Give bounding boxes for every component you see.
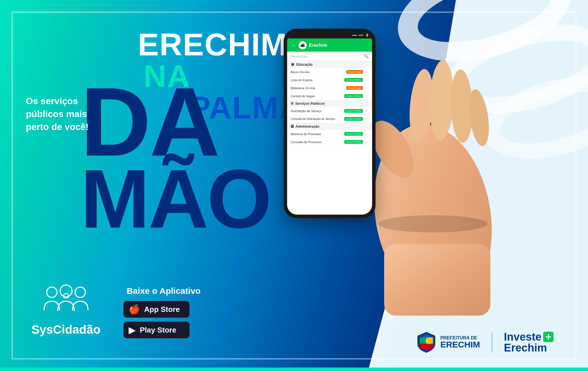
list-item[interactable]: Central de Vagas Acesso Público ⋮ [287, 92, 372, 100]
share-icon[interactable]: ⋮ [365, 109, 369, 113]
word-erechim: ERECHIM [138, 27, 287, 62]
section-administracao: 🏛 Administração [287, 123, 372, 130]
bottom-accent-line [0, 368, 588, 371]
search-icon[interactable]: 🔍 [364, 54, 369, 59]
investe-city-label: Erechim [504, 342, 554, 353]
app-avatar: 🏙 [299, 41, 307, 49]
investe-text-area: Investe Erechim [504, 331, 554, 353]
content: ERECHIM NA PALMA DA MÃO Os serviços públ… [0, 0, 588, 371]
screen-title: Erechim [309, 43, 327, 48]
investe-logo: Investe Erechim [504, 331, 554, 353]
item-name: Biblioteca On-line [291, 86, 346, 90]
svg-point-9 [60, 285, 72, 297]
people-icon [40, 283, 92, 320]
left-subtitle: Os serviços públicos mais perto de você! [26, 95, 98, 133]
prefeitura-text: PREFEITURA DE ERECHIM [440, 336, 480, 349]
educacao-icon: 🎓 [291, 63, 295, 67]
baixe-label: Baixe o Aplicativo [123, 286, 204, 296]
apple-icon: 🍎 [129, 304, 140, 315]
share-icon[interactable]: ⋮ [365, 78, 369, 82]
phone-mockup: ●●● WiFi 🔋 ← 🏙 Erechim Pesquisar... 🔍 [284, 29, 381, 230]
item-name: Central de Vagas [291, 94, 344, 98]
prefeitura-shield-icon: ★ [416, 331, 436, 354]
list-item[interactable]: Solicitação de Serviço Acesso Público ⋮ [287, 107, 372, 115]
servicos-icon: ⚙ [291, 102, 294, 106]
badge-requer-login: Requer Login [346, 70, 363, 74]
play-icon: ▶ [129, 325, 136, 335]
phone-outer: ●●● WiFi 🔋 ← 🏙 Erechim Pesquisar... 🔍 [284, 29, 376, 218]
appstore-button[interactable]: 🍎 App Store [123, 301, 189, 318]
logo-divider [492, 332, 492, 352]
playstore-button[interactable]: ▶ Play Store [123, 322, 189, 338]
prefeitura-city-label: ERECHIM [440, 340, 480, 349]
admin-icon: 🏛 [291, 125, 294, 129]
plus-icon [545, 334, 552, 340]
svg-rect-16 [546, 336, 551, 337]
share-icon[interactable]: ⋮ [365, 140, 369, 144]
list-item[interactable]: Lista de Espera Acesso Público ⋮ [287, 76, 372, 84]
phone-notch [315, 32, 344, 38]
search-placeholder: Pesquisar... [291, 54, 310, 59]
list-item[interactable]: Aluno On-line Requer Login ⋮ [287, 68, 372, 76]
share-icon[interactable]: ⋮ [365, 117, 369, 121]
playstore-label: Play Store [140, 326, 176, 335]
badge-requer-login: Requer Login [346, 86, 363, 90]
svg-point-10 [75, 287, 86, 298]
phone-screen: ●●● WiFi 🔋 ← 🏙 Erechim Pesquisar... 🔍 [287, 32, 372, 215]
back-arrow-icon[interactable]: ← [291, 42, 296, 48]
item-name: Solicitação de Serviço [291, 109, 344, 113]
big-mao-text: MÃO [80, 163, 310, 234]
appstore-label: App Store [144, 305, 180, 314]
svg-rect-6 [384, 244, 490, 316]
share-icon[interactable]: ⋮ [365, 70, 369, 74]
screen-header: ← 🏙 Erechim [287, 38, 372, 52]
svg-text:★: ★ [425, 339, 428, 342]
item-name: Consulta de Solicitação de Serviço [291, 117, 344, 121]
prefeitura-logo: ★ PREFEITURA DE ERECHIM [416, 331, 480, 354]
servicos-label: Serviços Públicos [295, 102, 325, 106]
download-area: Baixe o Aplicativo 🍎 App Store ▶ Play St… [123, 286, 204, 342]
investe-label: Investe [504, 331, 541, 342]
list-item[interactable]: Consulta de Solicitação de Serviço Acess… [287, 115, 372, 123]
admin-label: Administração [295, 125, 319, 129]
syscidadao-area: SysCidadão [23, 283, 109, 337]
svg-point-7 [378, 215, 488, 232]
list-item[interactable]: Abertura de Processo Acesso Público ⋮ [287, 130, 372, 138]
svg-point-8 [47, 287, 57, 298]
big-text-area: DA MÃO [80, 80, 310, 234]
screen-content: 🎓 Educação Aluno On-line Requer Login ⋮ … [287, 61, 372, 215]
logos-area: ★ PREFEITURA DE ERECHIM Investe [416, 331, 554, 354]
item-name: Aluno On-line [291, 70, 346, 74]
badge-acesso-publico: Acesso Público [344, 140, 363, 144]
share-icon[interactable]: ⋮ [365, 94, 369, 98]
share-icon[interactable]: ⋮ [365, 86, 369, 90]
screen-search-bar[interactable]: Pesquisar... 🔍 [287, 52, 372, 61]
item-name: Consulta de Processo [291, 140, 344, 144]
banner: ERECHIM NA PALMA DA MÃO Os serviços públ… [0, 0, 588, 371]
badge-acesso-publico: Acesso Público [344, 132, 363, 136]
list-item[interactable]: Consulta de Processo Acesso Público ⋮ [287, 138, 372, 146]
item-name: Abertura de Processo [291, 132, 344, 136]
badge-acesso-publico: Acesso Público [344, 117, 363, 121]
badge-acesso-publico: Acesso Público [344, 109, 363, 113]
share-icon[interactable]: ⋮ [365, 132, 369, 136]
syscidadao-label: SysCidadão [23, 323, 109, 337]
section-servicos: ⚙ Serviços Públicos [287, 100, 372, 107]
badge-acesso-publico: Acesso Público [344, 78, 363, 82]
big-da-text: DA [80, 80, 310, 163]
item-name: Lista de Espera [291, 78, 344, 82]
svg-rect-13 [420, 344, 433, 349]
section-educacao: 🎓 Educação [287, 61, 372, 68]
badge-acesso-publico: Acesso Público [344, 94, 363, 98]
educacao-label: Educação [296, 63, 313, 67]
list-item[interactable]: Biblioteca On-line Requer Login ⋮ [287, 84, 372, 92]
